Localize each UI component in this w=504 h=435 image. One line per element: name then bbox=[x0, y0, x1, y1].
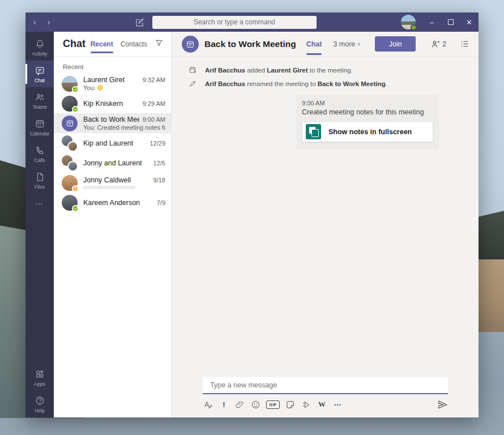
back-icon[interactable]: ‹ bbox=[33, 18, 36, 27]
rail-label: Calendar bbox=[30, 131, 50, 137]
titlebar-right: – ✕ bbox=[401, 12, 479, 32]
help-icon bbox=[35, 395, 45, 406]
priority-icon[interactable]: ! bbox=[219, 399, 229, 410]
rail-item-apps[interactable]: Apps bbox=[25, 364, 54, 391]
chat-name: Jonny and Laurent bbox=[83, 159, 150, 167]
presence-available-icon bbox=[411, 24, 417, 31]
panel-title: Chat bbox=[63, 38, 91, 50]
rail-label: Teams bbox=[32, 104, 46, 110]
notes-button-label: Show notes in fullscreen bbox=[328, 128, 412, 136]
presence-away-icon bbox=[72, 185, 79, 192]
stream-icon[interactable] bbox=[301, 399, 311, 410]
chat-row-kareem-anderson[interactable]: Kareem Anderson7/9 bbox=[54, 193, 171, 212]
chat-name: Jonny Caldwell bbox=[83, 176, 150, 184]
join-button[interactable]: Join bbox=[375, 36, 416, 52]
new-chat-button[interactable] bbox=[135, 18, 144, 27]
rail-item-calls[interactable]: Calls bbox=[25, 140, 54, 167]
rail-item-help[interactable]: Help bbox=[25, 391, 54, 417]
chat-name: Back to Work Meeting bbox=[83, 116, 139, 123]
tab-more-dropdown[interactable]: 3 more˅ bbox=[333, 40, 360, 48]
rail-label: Files bbox=[35, 184, 45, 190]
chat-time: 12/5 bbox=[153, 160, 165, 167]
minimize-button[interactable]: – bbox=[422, 12, 441, 32]
chat-row-kip-and-laurent[interactable]: Kip and Laurent12/29 bbox=[54, 133, 171, 153]
presence-available-icon bbox=[72, 205, 79, 212]
rail-item-files[interactable]: Files bbox=[25, 167, 54, 194]
meeting-calendar-icon bbox=[66, 119, 74, 127]
chat-bubble-icon bbox=[35, 65, 45, 76]
meeting-notes-icon bbox=[306, 124, 321, 139]
chevron-down-icon: ˅ bbox=[357, 41, 360, 47]
chat-name: Kip and Laurent bbox=[83, 139, 146, 147]
file-icon bbox=[35, 172, 45, 182]
rail-item-teams[interactable]: Teams bbox=[25, 87, 54, 114]
agenda-button[interactable] bbox=[460, 39, 469, 49]
chat-row-back-to-work-meeting[interactable]: Back to Work Meeting9:00 AM You: Created… bbox=[54, 113, 171, 133]
avatar bbox=[62, 195, 78, 211]
chat-row-kip-kniskern[interactable]: Kip Kniskern9:29 AM bbox=[54, 93, 171, 113]
phone-icon bbox=[35, 145, 45, 156]
chat-time: 9:32 AM bbox=[143, 76, 165, 83]
rail-label: Chat bbox=[35, 78, 45, 83]
history-nav: ‹ › bbox=[33, 18, 50, 27]
avatar bbox=[62, 175, 78, 191]
tab-contacts[interactable]: Contacts bbox=[121, 40, 147, 48]
conversation-header: Back to Work Meeting Chat 3 more˅ Join 2 bbox=[172, 32, 479, 57]
tab-chat[interactable]: Chat bbox=[306, 40, 322, 48]
pencil-icon bbox=[189, 79, 197, 88]
emoji-icon[interactable] bbox=[250, 399, 261, 410]
message-input[interactable] bbox=[203, 377, 448, 394]
chat-name: Kareem Anderson bbox=[83, 199, 153, 207]
system-message: Arif Bacchus renamed the meeting to Back… bbox=[189, 79, 469, 88]
filter-button[interactable] bbox=[155, 39, 164, 50]
more-options-icon[interactable]: ⋯ bbox=[332, 399, 343, 410]
message-timestamp: 9:00 AM bbox=[302, 100, 433, 106]
rail-label: Activity bbox=[32, 51, 48, 57]
rail-label: Apps bbox=[34, 381, 45, 387]
list-icon bbox=[460, 39, 469, 49]
group-avatar bbox=[62, 155, 78, 171]
rail-item-activity[interactable]: Activity bbox=[25, 34, 54, 61]
rail-item-chat[interactable]: Chat bbox=[25, 61, 54, 87]
maximize-button[interactable] bbox=[441, 12, 460, 32]
chat-preview: You: bbox=[83, 84, 96, 91]
composer-toolbar: ! GIF W ⋯ bbox=[203, 394, 448, 415]
rail-more-button[interactable]: ⋯ bbox=[25, 194, 54, 213]
composer: ! GIF W ⋯ bbox=[172, 377, 479, 417]
show-notes-fullscreen-button[interactable]: Show notes in fullscreen bbox=[302, 121, 433, 142]
chat-name: Kip Kniskern bbox=[83, 100, 139, 108]
close-button[interactable]: ✕ bbox=[460, 12, 479, 32]
user-avatar[interactable] bbox=[401, 15, 416, 29]
section-label: Recent bbox=[54, 57, 171, 74]
calendar-icon bbox=[35, 118, 45, 129]
sticker-icon[interactable] bbox=[285, 399, 296, 410]
send-icon[interactable] bbox=[437, 399, 448, 410]
group-avatar bbox=[62, 135, 78, 151]
meeting-calendar-icon bbox=[186, 40, 195, 49]
chat-time: 9:29 AM bbox=[143, 100, 165, 107]
conversation-panel: Back to Work Meeting Chat 3 more˅ Join 2… bbox=[172, 32, 479, 417]
chat-list-header: Chat Recent Contacts bbox=[54, 32, 171, 57]
teams-window: ‹ › – ✕ Activity Chat bbox=[25, 12, 479, 417]
forward-icon[interactable]: › bbox=[48, 18, 50, 27]
rail-item-calendar[interactable]: Calendar bbox=[25, 114, 54, 140]
meeting-avatar bbox=[182, 36, 199, 53]
attach-icon[interactable] bbox=[234, 399, 245, 410]
participants-button[interactable]: 2 bbox=[430, 39, 446, 49]
gif-icon[interactable]: GIF bbox=[266, 400, 280, 409]
chat-row-jonny-caldwell[interactable]: Jonny Caldwell9/18 bbox=[54, 173, 171, 193]
chat-row-jonny-and-laurent[interactable]: Jonny and Laurent12/5 bbox=[54, 153, 171, 173]
smiling-emoji-icon bbox=[97, 85, 103, 91]
chat-time: 9:00 AM bbox=[143, 116, 165, 123]
chat-time: 9/18 bbox=[153, 177, 165, 184]
faded-preview bbox=[83, 186, 135, 189]
teams-people-icon bbox=[35, 92, 45, 103]
app-rail: Activity Chat Teams Calendar Calls Files bbox=[25, 32, 54, 417]
chat-row-laurent-giret[interactable]: Laurent Giret9:32 AM You: bbox=[54, 74, 171, 93]
chat-time: 7/9 bbox=[157, 199, 165, 206]
wiki-icon[interactable]: W bbox=[317, 399, 327, 410]
format-icon[interactable] bbox=[203, 399, 213, 410]
system-message: Arif Bacchus added Laurent Giret to the … bbox=[189, 66, 469, 74]
search-input[interactable] bbox=[152, 16, 317, 29]
tab-recent[interactable]: Recent bbox=[91, 40, 113, 48]
